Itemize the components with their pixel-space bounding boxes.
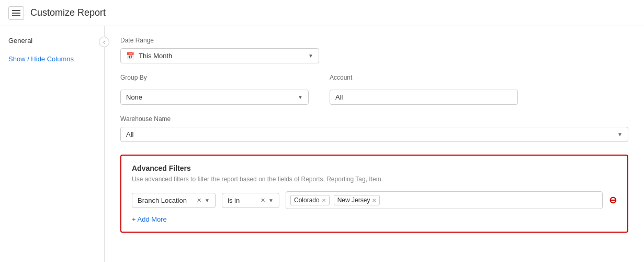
page-title: Customize Report	[30, 7, 106, 18]
chevron-down-icon: ▼	[308, 53, 313, 59]
filter-field-clear-icon[interactable]: ✕	[197, 197, 201, 204]
date-range-value: This Month	[139, 52, 304, 60]
advanced-filters-description: Use advanced filters to filter the repor…	[132, 176, 617, 183]
account-group: Account All	[330, 74, 518, 105]
chevron-down-icon: ▼	[268, 198, 274, 203]
filter-tag-new-jersey: New Jersey ✕	[334, 195, 380, 205]
date-range-label: Date Range	[120, 37, 628, 44]
date-range-section: Date Range 📅 This Month ▼	[120, 37, 628, 63]
filter-condition-dropdown[interactable]: is in ✕ ▼	[222, 193, 279, 208]
filter-condition-value: is in	[228, 196, 258, 204]
remove-colorado-button[interactable]: ✕	[322, 198, 326, 203]
group-by-group: Group By None ▼	[120, 74, 309, 105]
calendar-icon: 📅	[126, 52, 134, 60]
remove-new-jersey-button[interactable]: ✕	[372, 198, 376, 203]
filter-condition-clear-icon[interactable]: ✕	[261, 197, 265, 204]
remove-filter-button[interactable]: ⊖	[609, 194, 617, 206]
group-by-label: Group By	[120, 74, 309, 81]
filter-field-value: Branch Location	[138, 196, 195, 204]
account-label: Account	[330, 74, 518, 81]
group-by-value: None	[126, 93, 296, 101]
group-account-row: Group By None ▼ Account All	[120, 74, 628, 105]
group-by-dropdown[interactable]: None ▼	[120, 90, 309, 105]
sidebar-item-general[interactable]: General	[0, 31, 104, 50]
warehouse-value: All	[126, 130, 615, 138]
add-more-button[interactable]: + Add More	[132, 215, 617, 223]
advanced-filters-title: Advanced Filters	[132, 164, 617, 172]
account-input[interactable]: All	[330, 90, 518, 105]
chevron-down-icon: ▼	[298, 94, 303, 100]
warehouse-dropdown[interactable]: All ▼	[120, 127, 628, 142]
date-range-dropdown[interactable]: 📅 This Month ▼	[120, 48, 319, 63]
warehouse-section: Warehouse Name All ▼	[120, 115, 628, 142]
sidebar: General Show / Hide Columns ‹	[0, 26, 105, 262]
chevron-down-icon: ▼	[205, 198, 210, 203]
hamburger-menu-button[interactable]	[8, 6, 24, 20]
sidebar-item-show-hide-columns[interactable]: Show / Hide Columns	[0, 50, 104, 68]
filter-values-container: Colorado ✕ New Jersey ✕	[286, 191, 603, 209]
filter-tag-colorado: Colorado ✕	[290, 195, 330, 205]
main-content: Date Range 📅 This Month ▼ Group By None …	[105, 26, 644, 262]
filter-row: Branch Location ✕ ▼ is in ✕ ▼ Colorado ✕	[132, 191, 617, 209]
warehouse-label: Warehouse Name	[120, 115, 628, 123]
filter-field-dropdown[interactable]: Branch Location ✕ ▼	[132, 193, 216, 208]
header: Customize Report	[0, 0, 644, 26]
advanced-filters-section: Advanced Filters Use advanced filters to…	[120, 155, 628, 233]
chevron-down-icon: ▼	[617, 132, 623, 137]
sidebar-collapse-button[interactable]: ‹	[99, 37, 109, 47]
